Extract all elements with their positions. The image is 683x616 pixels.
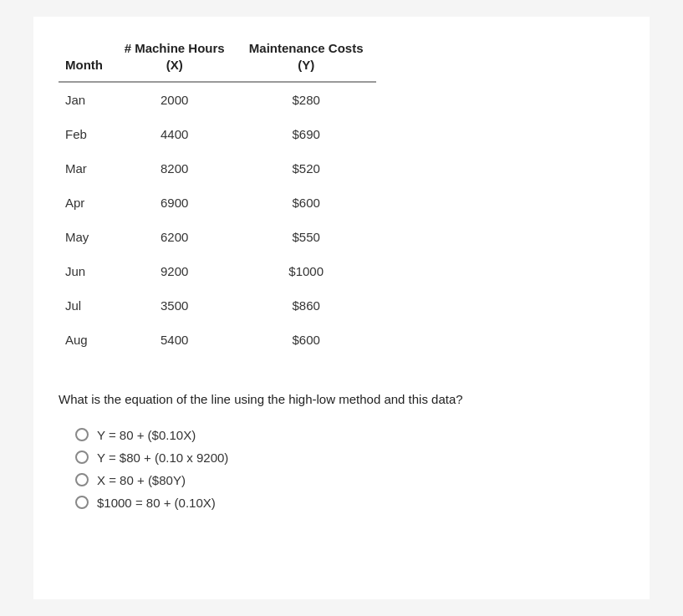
cell-maintenance-costs: $690: [236, 117, 376, 151]
col-header-maintenance-costs: Maintenance Costs (Y): [236, 33, 376, 82]
cell-machine-hours: 5400: [113, 323, 236, 357]
radio-circle-icon: [75, 496, 89, 509]
cell-month: Mar: [59, 151, 113, 186]
options-list: Y = 80 + ($0.10X)Y = $80 + (0.10 x 9200)…: [59, 428, 624, 510]
cell-machine-hours: 6200: [113, 220, 236, 254]
radio-circle-icon: [75, 428, 89, 441]
option-label-4: $1000 = 80 + (0.10X): [97, 496, 216, 510]
table-row: Jun9200$1000: [59, 254, 376, 288]
cell-maintenance-costs: $280: [236, 82, 376, 117]
table-row: Feb4400$690: [59, 117, 376, 151]
cell-month: Aug: [59, 323, 113, 357]
option-item-2[interactable]: Y = $80 + (0.10 x 9200): [75, 451, 624, 465]
question-text: What is the equation of the line using t…: [59, 390, 624, 410]
table-row: May6200$550: [59, 220, 376, 254]
table-row: Apr6900$600: [59, 186, 376, 220]
table-row: Aug5400$600: [59, 323, 376, 357]
col-header-month: Month: [59, 33, 113, 82]
cell-maintenance-costs: $550: [236, 220, 376, 254]
cell-maintenance-costs: $860: [236, 288, 376, 323]
cell-maintenance-costs: $600: [236, 323, 376, 357]
cell-maintenance-costs: $520: [236, 151, 376, 186]
cell-maintenance-costs: $600: [236, 186, 376, 220]
cell-month: Jul: [59, 288, 113, 323]
option-item-3[interactable]: X = 80 + ($80Y): [75, 473, 624, 487]
cell-machine-hours: 2000: [113, 82, 236, 117]
radio-circle-icon: [75, 473, 89, 486]
data-table: Month # Machine Hours (X) Maintenance Co…: [59, 33, 376, 357]
cell-machine-hours: 6900: [113, 186, 236, 220]
cell-month: May: [59, 220, 113, 254]
cell-month: Jan: [59, 82, 113, 117]
table-row: Jul3500$860: [59, 288, 376, 323]
cell-maintenance-costs: $1000: [236, 254, 376, 288]
cell-machine-hours: 8200: [113, 151, 236, 186]
option-label-1: Y = 80 + ($0.10X): [97, 428, 196, 442]
cell-month: Jun: [59, 254, 113, 288]
radio-circle-icon: [75, 451, 89, 464]
cell-machine-hours: 9200: [113, 254, 236, 288]
table-row: Mar8200$520: [59, 151, 376, 186]
option-label-2: Y = $80 + (0.10 x 9200): [97, 451, 228, 465]
cell-month: Apr: [59, 186, 113, 220]
cell-machine-hours: 3500: [113, 288, 236, 323]
col-header-machine-hours: # Machine Hours (X): [113, 33, 236, 82]
page-container: Month # Machine Hours (X) Maintenance Co…: [33, 17, 650, 599]
cell-month: Feb: [59, 117, 113, 151]
table-row: Jan2000$280: [59, 82, 376, 117]
option-item-4[interactable]: $1000 = 80 + (0.10X): [75, 496, 624, 510]
option-label-3: X = 80 + ($80Y): [97, 473, 186, 487]
cell-machine-hours: 4400: [113, 117, 236, 151]
option-item-1[interactable]: Y = 80 + ($0.10X): [75, 428, 624, 442]
